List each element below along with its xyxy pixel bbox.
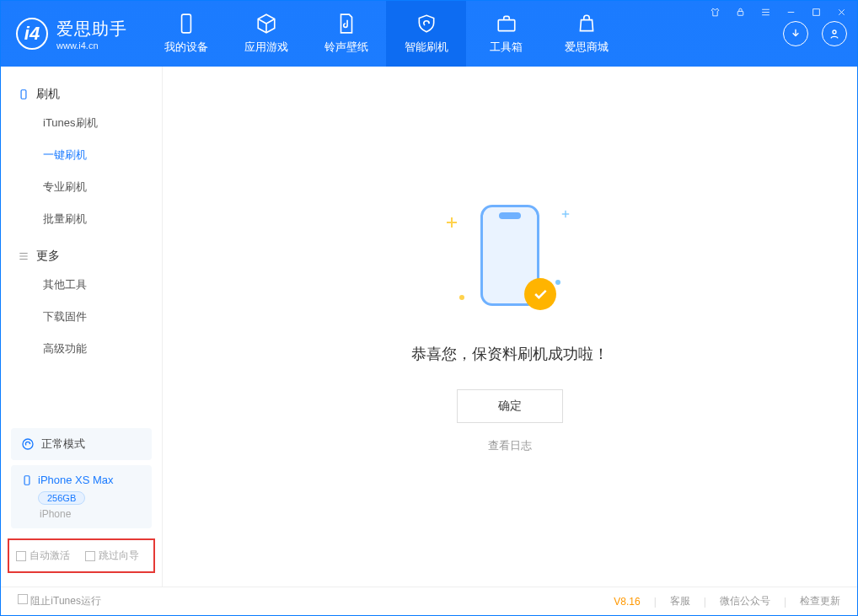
body: 刷机 iTunes刷机 一键刷机 专业刷机 批量刷机 更多 其他工具 下载固件 <box>1 67 857 587</box>
block-itunes-checkbox[interactable]: 阻止iTunes运行 <box>18 594 101 608</box>
nav-label: 铃声壁纸 <box>324 40 368 55</box>
app-name: 爱思助手 <box>56 18 127 40</box>
app-logo: i4 爱思助手 www.i4.cn <box>1 18 146 51</box>
wechat-link[interactable]: 微信公众号 <box>720 594 770 608</box>
separator: | <box>784 596 786 608</box>
menu-icon[interactable] <box>758 6 773 18</box>
sidebar-head-flash: 刷机 <box>1 82 162 107</box>
music-file-icon <box>335 13 357 35</box>
dot-icon <box>459 295 464 300</box>
nav-label: 我的设备 <box>164 40 208 55</box>
nav-store[interactable]: 爱思商城 <box>546 1 626 67</box>
success-illustration <box>434 201 586 319</box>
nav-label: 工具箱 <box>490 40 523 55</box>
check-update-link[interactable]: 检查更新 <box>800 594 840 608</box>
sidebar-item-itunes-flash[interactable]: iTunes刷机 <box>1 107 162 139</box>
window-controls <box>707 6 849 18</box>
lock-icon[interactable] <box>732 6 748 18</box>
close-button[interactable] <box>834 6 849 18</box>
phone-small-icon <box>21 474 33 486</box>
checkbox-icon <box>85 551 95 561</box>
nav-toolbox[interactable]: 工具箱 <box>466 1 546 67</box>
dot-icon <box>555 280 560 285</box>
sidebar-title: 更多 <box>36 249 60 264</box>
nav-my-device[interactable]: 我的设备 <box>146 1 226 67</box>
sidebar-section-more: 更多 其他工具 下载固件 高级功能 <box>1 244 162 365</box>
minimize-button[interactable] <box>783 6 798 18</box>
auto-activate-checkbox[interactable]: 自动激活 <box>16 549 70 563</box>
header-actions <box>783 21 847 46</box>
checkbox-icon <box>16 551 26 561</box>
sidebar-section-flash: 刷机 iTunes刷机 一键刷机 专业刷机 批量刷机 <box>1 82 162 235</box>
sidebar-item-download-firmware[interactable]: 下载固件 <box>1 301 162 333</box>
svg-rect-3 <box>498 20 515 31</box>
checkbox-label: 跳过向导 <box>99 549 139 563</box>
sidebar-item-advanced[interactable]: 高级功能 <box>1 333 162 365</box>
skip-guide-checkbox[interactable]: 跳过向导 <box>85 549 139 563</box>
sidebar-head-more: 更多 <box>1 244 162 269</box>
nav-label: 应用游戏 <box>244 40 288 55</box>
sparkle-icon <box>447 217 457 228</box>
sidebar-title: 刷机 <box>36 87 60 102</box>
user-button[interactable] <box>822 21 847 46</box>
sidebar-item-oneclick-flash[interactable]: 一键刷机 <box>1 139 162 171</box>
svg-point-4 <box>833 30 836 34</box>
top-nav: 我的设备 应用游戏 铃声壁纸 智能刷机 工具箱 爱思商城 <box>146 1 626 67</box>
checkbox-label: 阻止iTunes运行 <box>30 595 101 607</box>
nav-apps-games[interactable]: 应用游戏 <box>226 1 306 67</box>
ok-button[interactable]: 确定 <box>457 389 563 423</box>
logo-badge-icon: i4 <box>16 18 48 50</box>
nav-smart-flash[interactable]: 智能刷机 <box>386 1 466 67</box>
success-message: 恭喜您，保资料刷机成功啦！ <box>411 344 609 364</box>
list-icon <box>18 250 29 262</box>
nav-ringtones-wallpapers[interactable]: 铃声壁纸 <box>306 1 386 67</box>
briefcase-icon <box>496 13 517 35</box>
app-site: www.i4.cn <box>56 40 127 51</box>
sidebar-item-other-tools[interactable]: 其他工具 <box>1 269 162 301</box>
svg-rect-5 <box>21 90 26 99</box>
sync-icon <box>21 437 35 451</box>
sparkle-icon <box>562 210 569 217</box>
view-log-link[interactable]: 查看日志 <box>488 438 532 453</box>
separator: | <box>704 596 706 608</box>
cube-icon <box>255 13 277 35</box>
separator: | <box>654 596 657 608</box>
svg-rect-0 <box>737 11 743 15</box>
footer-bar: 阻止iTunes运行 V8.16 | 客服 | 微信公众号 | 检查更新 <box>1 587 857 615</box>
checkbox-icon <box>18 594 28 604</box>
download-button[interactable] <box>783 21 808 46</box>
main-content: 恭喜您，保资料刷机成功啦！ 确定 查看日志 <box>163 67 857 587</box>
device-icon <box>18 88 29 100</box>
version-label: V8.16 <box>614 596 640 608</box>
sidebar-item-batch-flash[interactable]: 批量刷机 <box>1 203 162 235</box>
svg-rect-7 <box>24 475 29 485</box>
bag-icon <box>576 13 598 35</box>
device-mode-card[interactable]: 正常模式 <box>11 428 152 460</box>
sidebar-bottom: 正常模式 iPhone XS Max 256GB iPhone 自动激活 跳过向… <box>1 423 162 587</box>
svg-rect-1 <box>812 8 819 15</box>
maximize-button[interactable] <box>808 6 823 18</box>
device-storage: 256GB <box>38 491 85 505</box>
device-type: iPhone <box>40 508 142 520</box>
header-bar: i4 爱思助手 www.i4.cn 我的设备 应用游戏 铃声壁纸 智能刷机 <box>1 1 857 67</box>
svg-rect-2 <box>181 14 190 33</box>
nav-label: 智能刷机 <box>405 40 448 55</box>
device-name: iPhone XS Max <box>38 474 114 486</box>
sidebar: 刷机 iTunes刷机 一键刷机 专业刷机 批量刷机 更多 其他工具 下载固件 <box>1 67 163 587</box>
mode-label: 正常模式 <box>41 437 85 452</box>
app-window: i4 爱思助手 www.i4.cn 我的设备 应用游戏 铃声壁纸 智能刷机 <box>0 0 858 616</box>
svg-point-6 <box>23 439 33 449</box>
shirt-icon[interactable] <box>707 6 722 18</box>
refresh-shield-icon <box>416 13 437 35</box>
device-card[interactable]: iPhone XS Max 256GB iPhone <box>11 465 152 528</box>
highlighted-options: 自动激活 跳过向导 <box>8 538 155 573</box>
nav-label: 爱思商城 <box>565 40 609 55</box>
phone-icon <box>175 13 197 35</box>
sidebar-item-pro-flash[interactable]: 专业刷机 <box>1 171 162 203</box>
checkbox-label: 自动激活 <box>29 549 70 563</box>
checkmark-badge-icon <box>524 278 556 310</box>
customer-service-link[interactable]: 客服 <box>670 594 690 608</box>
